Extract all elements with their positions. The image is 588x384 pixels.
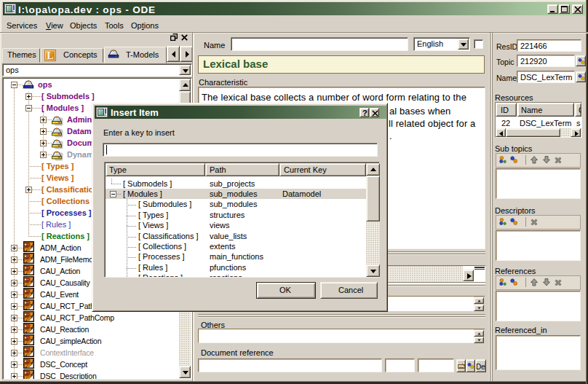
svg-text:L: L <box>47 50 53 61</box>
